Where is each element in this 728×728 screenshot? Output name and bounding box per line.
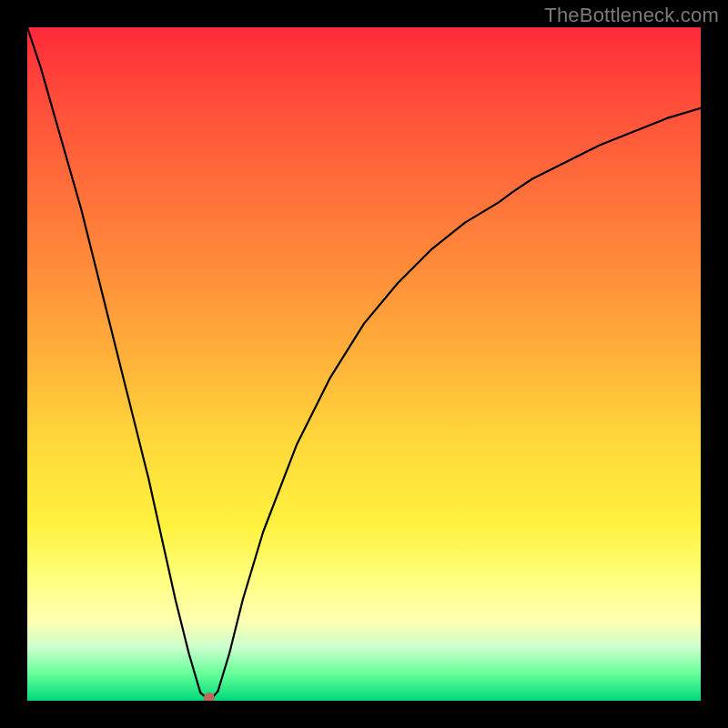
minimum-marker <box>204 693 215 701</box>
chart-frame: TheBottleneck.com <box>0 0 728 728</box>
bottleneck-curve <box>27 27 701 698</box>
plot-svg <box>27 27 701 701</box>
watermark-text: TheBottleneck.com <box>544 4 719 27</box>
